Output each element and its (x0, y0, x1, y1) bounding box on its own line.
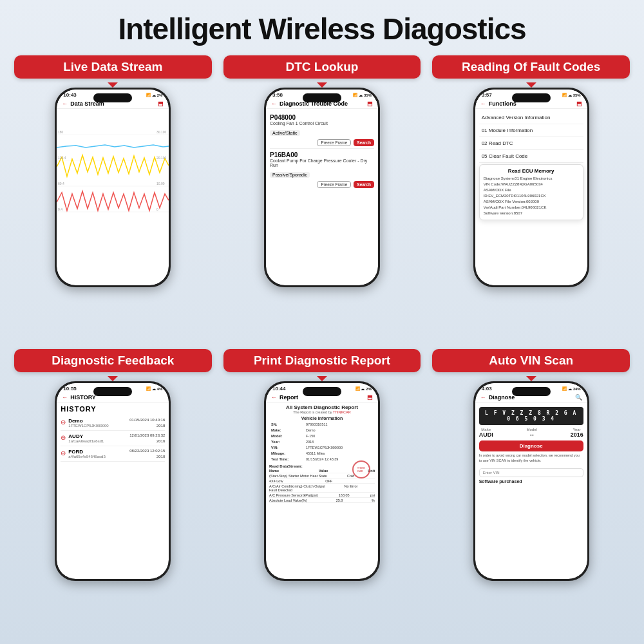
arrow-diagnostic-feedback (108, 376, 118, 381)
screen-print-report: 10:44 📶 ☁ 2% ← Report ⬒ All System Diagn… (266, 383, 378, 579)
time-5: 10:44 (272, 386, 285, 392)
badge-fault-codes: Reading Of Fault Codes (432, 55, 630, 79)
hist-icon-1: ⊖ (61, 434, 66, 441)
time-4: 10:55 (63, 386, 76, 392)
svg-text:20.100: 20.100 (156, 156, 167, 160)
report-row-2: Model:F-150 (270, 433, 374, 438)
report-row-1: Make:Demo (270, 428, 374, 432)
phone-dtc-lookup: 3:58 📶 ☁ 35% ← Diagnostic Trouble Code ⬒… (264, 88, 380, 287)
search-btn-1[interactable]: Search (354, 139, 374, 146)
phone-print-report: 10:44 📶 ☁ 2% ← Report ⬒ All System Diagn… (264, 381, 380, 581)
history-item-2[interactable]: ⊖ FORD 08/22/2023 12:02:15 a4fa65s4s5454… (61, 446, 165, 462)
report-row-4: VIN:1FTEW1CP5JK000000 (270, 445, 374, 450)
hist-info-0: Demo 01/15/2024 10:40:16 1FTEW1CP5JK0000… (68, 418, 165, 428)
hist-year-0: 2018 (156, 424, 165, 428)
ecu-row-6: Software Version:8507 (484, 211, 579, 216)
notch-5 (303, 387, 341, 396)
freeze-btn-2[interactable]: Freeze Frame (317, 181, 351, 188)
vin-content: L F V Z Z Z 8 R 2 G A 0 6 5 0 3 4 Make A… (475, 402, 587, 557)
dtc-buttons-2: Freeze Frame Search (270, 181, 374, 188)
back-btn-4[interactable]: ← (62, 394, 68, 401)
vin-info-row: Make AUDI Model -- Year 2016 (479, 428, 583, 438)
vin-model-col: Model -- (526, 428, 536, 438)
phone-fault-codes: 3:57 📶 ☁ 35% ← Functions ⬒ Advanced Vers… (473, 88, 589, 287)
history-item-0[interactable]: ⊖ Demo 01/15/2024 10:40:16 1FTEW1CP5JK00… (61, 415, 165, 431)
arrow-dtc-lookup (317, 82, 327, 88)
screen-dtc-lookup: 3:58 📶 ☁ 35% ← Diagnostic Trouble Code ⬒… (266, 90, 378, 285)
svg-text:180: 180 (58, 130, 64, 134)
report-stamp: THiNKCAR (352, 460, 370, 478)
arrow-print-report (317, 376, 327, 381)
ecu-row-3: ID:EV_ECM20TDI01104L906021CK (484, 193, 579, 199)
ecu-row-0: Diagnose System:01 Engine Electronics (484, 176, 579, 182)
hist-year-1: 2016 (156, 439, 165, 443)
dtc-status-1: Active/Static (270, 130, 300, 136)
badge-diagnostic-feedback: Diagnostic Feedback (14, 349, 212, 372)
ecu-row-2: ASAM/ODX File (484, 187, 579, 193)
phone-diagnostic-feedback: 10:55 📶 ☁ 4% ← HISTORY HISTORY ⊖ (55, 381, 171, 581)
search-btn-2[interactable]: Search (354, 181, 374, 188)
search-icon-6[interactable]: 🔍 (575, 394, 582, 401)
report-vehicle-section: Vehicle Information (269, 416, 375, 421)
back-btn-1[interactable]: ← (62, 100, 68, 107)
svg-text:0: 0 (156, 207, 158, 211)
vin-year-value: 2016 (571, 431, 583, 438)
hist-icon-2: ⊖ (61, 450, 66, 457)
back-btn-6[interactable]: ← (480, 394, 486, 401)
screen-auto-vin-scan: 4:03 📶 ☁ 34% ← Diagnose 🔍 L F V Z Z Z 8 … (475, 383, 587, 579)
chart-area-1: 180 120.4 60.4 0.4 30.100 20.100 10.00 0 (57, 109, 169, 240)
back-btn-3[interactable]: ← (480, 100, 486, 107)
history-content: HISTORY ⊖ Demo 01/15/2024 10:40:16 1FTEW… (57, 402, 169, 557)
svg-text:120.4: 120.4 (58, 156, 66, 160)
freeze-btn-1[interactable]: Freeze Frame (317, 139, 351, 146)
screen-diagnostic-feedback: 10:55 📶 ☁ 4% ← HISTORY HISTORY ⊖ (57, 383, 169, 579)
history-title: HISTORY (61, 405, 165, 413)
history-item-1[interactable]: ⊖ AUDY 12/01/2023 09:23:32 1af1aw6wa2f1a… (61, 431, 165, 446)
function-item-advanced[interactable]: Advanced Version Information (479, 111, 583, 124)
time-3: 3:57 (482, 92, 492, 98)
nav-icon-3[interactable]: ⬒ (576, 100, 582, 107)
back-btn-5[interactable]: ← (271, 394, 277, 401)
vin-bar: L F V Z Z Z 8 R 2 G A 0 6 5 0 3 4 (479, 407, 583, 425)
hist-vin-2: a4fa65s4s54546asd3 (68, 455, 105, 459)
dtc-status-2: Passive/Sporadic (270, 172, 310, 178)
notch-3 (512, 93, 551, 102)
data-stream-chart: 180 120.4 60.4 0.4 30.100 20.100 10.00 0 (57, 109, 169, 238)
screen-live-data-stream: 10:43 📶 ☁ 2% ← Data Stream ⬒ (57, 90, 169, 285)
dtc-desc-1: Cooling Fan 1 Control Circuit (270, 121, 374, 126)
function-item-module[interactable]: 01 Module Information (479, 124, 583, 137)
hist-year-2: 2010 (156, 455, 165, 459)
report-data-5: Absolute Load Value(%)25.8% (269, 498, 375, 503)
report-sub: The Report is created by THiNKCAR (269, 410, 375, 414)
hist-info-1: AUDY 12/01/2023 09:23:32 1af1aw6wa2f1a6s… (68, 433, 165, 443)
nav-icon-2[interactable]: ⬒ (367, 100, 373, 107)
status-icons-1: 📶 ☁ 2% (146, 93, 162, 97)
arrow-live-data-stream (108, 82, 118, 88)
ecu-title: Read ECU Memory (484, 168, 579, 174)
hist-name-0: Demo (68, 418, 82, 424)
report-row-3: Year:2018 (270, 439, 374, 444)
hist-info-2: FORD 08/22/2023 12:02:15 a4fa65s4s54546a… (68, 449, 165, 459)
report-data-4: A/C Pressure Sensor(kPa)(psi)163.05psi (269, 493, 375, 498)
svg-text:60.4: 60.4 (58, 182, 64, 185)
badge-dtc-lookup: DTC Lookup (223, 55, 421, 79)
diagnose-btn[interactable]: Diagnose (479, 440, 583, 451)
nav-icon-5[interactable]: ⬒ (367, 394, 373, 401)
vin-input[interactable] (479, 468, 583, 477)
cell-dtc-lookup: DTC Lookup 3:58 📶 ☁ 35% ← Diagnostic Tro… (223, 55, 421, 337)
report-row-0: SN:97860318511 (270, 422, 374, 426)
status-icons-3: 📶 ☁ 35% (562, 93, 581, 97)
function-item-read-dtc[interactable]: 02 Read DTC (479, 137, 583, 150)
hist-date-1: 12/01/2023 09:23:32 (129, 433, 165, 439)
report-vehicle-table: SN:97860318511 Make:Demo Model:F-150 Yea… (269, 421, 375, 462)
svg-text:30.100: 30.100 (156, 130, 167, 134)
nav-icon-1[interactable]: ⬒ (158, 100, 164, 107)
status-icons-6: 📶 ☁ 34% (562, 386, 581, 391)
notch-6 (512, 387, 551, 396)
phone-auto-vin-scan: 4:03 📶 ☁ 34% ← Diagnose 🔍 L F V Z Z Z 8 … (473, 381, 589, 581)
function-item-clear[interactable]: 05 Clear Fault Code (479, 150, 583, 163)
dtc-code-2: P16BA00 (270, 151, 374, 158)
back-btn-2[interactable]: ← (271, 100, 277, 107)
ecu-row-1: VIN Code:WAUZZZ8R2GA065034 (484, 182, 579, 187)
dtc-content: P048000 Cooling Fan 1 Control Circuit Ac… (266, 109, 378, 263)
